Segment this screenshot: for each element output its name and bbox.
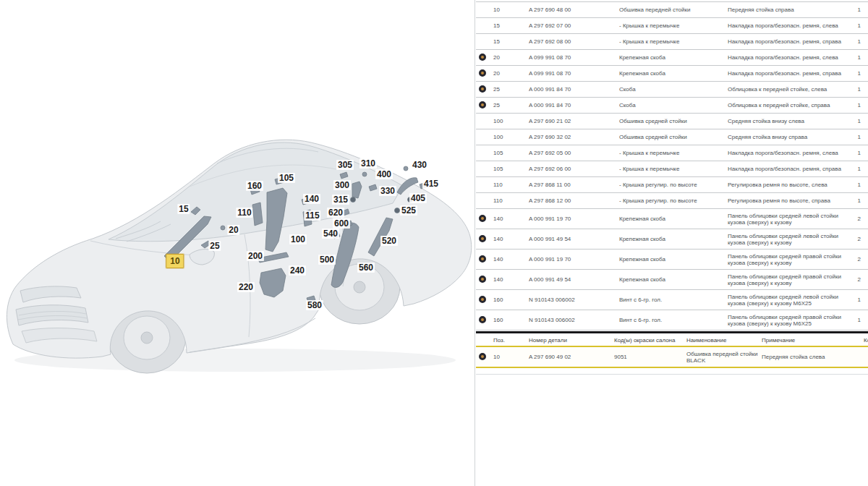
diagram-callout[interactable]: 560 [357,263,375,273]
table-row[interactable]: 15 A 297 692 07 00 - Крышка к перемычке … [476,18,868,34]
diagram-panel: 10 15 20 25 100 105 110 115 140 160 200 … [0,0,475,486]
quantity-cell: 1 [851,18,868,34]
table-row[interactable]: 100 A 297 690 32 02 Обшивка средней стой… [476,129,868,145]
name-cell: Обшивка средней стойки [619,129,728,145]
diagram-callout[interactable]: 105 [278,173,295,183]
table-row[interactable]: 110 A 297 868 12 00 - Крышка регулир. по… [476,193,868,209]
diagram-callout[interactable]: 540 [322,229,339,239]
table-row[interactable]: 105 A 297 692 06 00 - Крышка к перемычке… [476,161,868,177]
part-info-icon [479,215,486,222]
position-cell: 20 [493,66,529,82]
part-number-cell: A 000 991 19 70 [529,209,619,229]
table-row[interactable]: 10 A 297 690 48 00 Обшивка передней стой… [476,2,868,18]
table-row[interactable]: 140 A 000 991 19 70 Крепежная скоба Пане… [476,209,868,229]
position-cell: 110 [493,193,529,209]
table-row[interactable]: 105 A 297 692 05 00 - Крышка к перемычке… [476,145,868,161]
table-row[interactable]: 140 A 000 991 49 54 Крепежная скоба Пане… [476,229,868,250]
header-pos: Поз. [493,333,529,346]
diagram-callout[interactable]: 20 [227,225,239,235]
diagram-callout[interactable]: 430 [411,160,428,170]
table-row[interactable]: 110 A 297 868 11 00 - Крышка регулир. по… [476,177,868,193]
table-row[interactable]: 160 N 910143 006002 Винт с 6-гр. гол. Па… [476,310,868,331]
table-row[interactable]: 20 A 099 991 08 70 Крепежная скоба Накла… [476,50,868,66]
note-cell: Панель облицовки средней правой стойки к… [728,310,851,331]
diagram-callout[interactable]: 330 [379,186,396,196]
quantity-cell: 1 [851,177,868,193]
position-cell: 140 [493,250,529,270]
position-cell: 10 [493,346,529,367]
diagram-callout[interactable]: 620 [327,208,344,218]
position-cell: 100 [493,129,529,145]
diagram-callout[interactable]: 200 [247,251,264,261]
header-name: Наименование [686,333,762,346]
diagram-callout[interactable]: 520 [380,236,398,246]
diagram-callout[interactable]: 240 [289,265,306,276]
diagram-callout[interactable]: 500 [318,255,336,265]
position-cell: 110 [493,177,529,193]
note-cell: Панель облицовки средней левой стойки ку… [728,290,851,310]
note-cell: Накладка порога/безопасн. ремня, слева [728,145,851,161]
table-row[interactable]: 15 A 297 692 08 00 - Крышка к перемычке … [476,34,868,50]
table-row[interactable]: 140 A 000 991 49 54 Крепежная скоба Пане… [476,270,868,290]
diagram-callout[interactable]: 525 [400,205,417,216]
quantity-cell: 2 [851,270,868,290]
part-number-cell: A 297 690 32 02 [529,129,619,145]
part-number-cell: A 297 692 08 00 [529,34,619,50]
note-cell: Облицовка к передней стойке, слева [728,82,851,98]
part-number-cell: A 297 692 07 00 [529,18,619,34]
diagram-callout[interactable]: 405 [409,193,427,203]
diagram-callout[interactable]: 400 [375,169,393,179]
diagram-callout[interactable]: 305 [336,160,354,170]
epc-parts-page: 10 15 20 25 100 105 110 115 140 160 200 … [0,0,868,486]
quantity-cell: 1 [851,290,868,310]
table-row[interactable]: 20 A 099 991 08 70 Крепежная скоба Накла… [476,66,868,82]
diagram-callout[interactable]: 310 [359,158,377,169]
table-row[interactable]: 160 N 910143 006002 Винт с 6-гр. гол. Па… [476,290,868,310]
name-cell: - Крышка регулир. по высоте [619,177,728,193]
position-cell: 25 [493,98,529,114]
part-number-cell: A 297 692 05 00 [529,145,619,161]
note-cell: Накладка порога/безопасн. ремня, слева [728,18,851,34]
name-cell: - Крышка к перемычке [619,34,728,50]
diagram-callout[interactable]: 10 [166,254,184,268]
quantity-cell: 2 [851,209,868,229]
diagram-callout[interactable]: 15 [177,204,190,214]
note-cell: Средняя стойка внизу слева [728,114,851,129]
name-cell: - Крышка к перемычке [619,145,728,161]
diagram-callout[interactable]: 220 [237,282,255,292]
diagram-callout[interactable]: 600 [333,218,350,229]
diagram-callout[interactable]: 110 [236,208,252,218]
note-cell: Регулировка ремня по высоте, справа [728,193,851,209]
diagram-callout[interactable]: 25 [208,241,221,251]
diagram-callout[interactable]: 300 [333,180,351,190]
part-number-cell: N 910143 006002 [529,290,619,310]
diagram-callout[interactable]: 115 [304,210,320,221]
diagram-callout[interactable]: 100 [289,234,307,244]
diagram-callout[interactable]: 160 [246,181,263,191]
note-cell: Средняя стойка внизу справа [728,129,851,145]
part-info-icon [479,316,486,323]
part-info-icon [479,276,486,283]
note-cell: Панель облицовки средней левой стойки ку… [728,209,851,229]
diagram-callout[interactable]: 315 [332,195,349,205]
note-cell: Передняя стойка слева [762,346,864,367]
diagram-callout[interactable]: 415 [422,179,440,189]
diagram-callout[interactable]: 140 [303,194,320,204]
diagram-callout[interactable]: 580 [306,300,323,310]
table-row[interactable]: 25 A 000 991 84 70 Скоба Облицовка к пер… [476,98,868,114]
color-code-cell: 9051 [614,346,686,367]
table-header-row: Поз. Номер детали Код(ы) окраски салона … [476,333,868,346]
name-cell: Винт с 6-гр. гол. [619,310,728,331]
position-cell: 25 [493,82,529,98]
selected-table-row[interactable]: 10 A 297 690 49 02 9051 Обшивка передней… [476,346,868,367]
part-info-icon [479,296,486,303]
note-cell: Накладка порога/безопасн. ремня, справа [728,34,851,50]
table-row[interactable]: 100 A 297 690 21 02 Обшивка средней стой… [476,114,868,129]
table-row[interactable]: 25 A 000 991 84 70 Скоба Облицовка к пер… [476,82,868,98]
table-row[interactable]: 140 A 000 991 19 70 Крепежная скоба Пане… [476,250,868,270]
part-number-cell: A 297 868 12 00 [529,193,619,209]
name-cell: Винт с 6-гр. гол. [619,290,728,310]
quantity-cell: 2 [851,250,868,270]
header-qty: Количество [864,333,868,346]
part-number-cell: A 000 991 49 54 [529,229,619,250]
